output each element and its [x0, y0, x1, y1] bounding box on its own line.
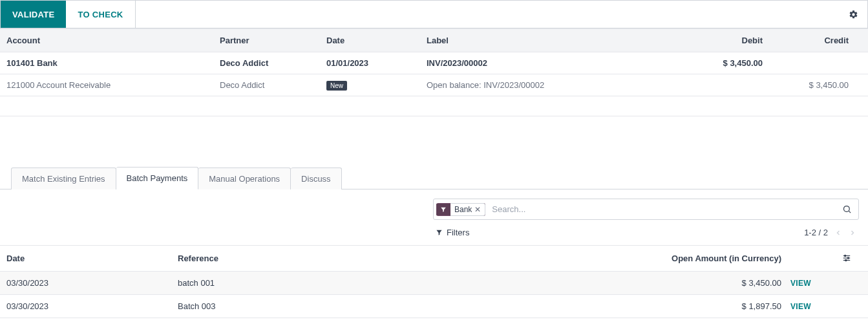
search-input[interactable] [489, 202, 838, 217]
header-label[interactable]: Label [427, 36, 659, 45]
filter-tag-remove-icon[interactable]: ✕ [474, 205, 481, 214]
batch-header-reference[interactable]: Reference [178, 254, 520, 263]
new-badge: New [326, 81, 347, 91]
sliders-icon[interactable] [842, 254, 868, 263]
svg-line-1 [849, 211, 851, 213]
batch-cell-reference: batch 001 [178, 278, 520, 288]
batch-header-amount[interactable]: Open Amount (in Currency) [520, 254, 790, 263]
cell-credit: $ 3,450.00 [763, 80, 868, 90]
filters-label: Filters [447, 228, 469, 237]
tab-batch-payments[interactable]: Batch Payments [116, 167, 199, 189]
validate-button[interactable]: VALIDATE [1, 1, 66, 28]
to-check-button[interactable]: TO CHECK [66, 1, 135, 28]
header-credit[interactable]: Credit [763, 36, 868, 45]
gear-icon[interactable] [840, 1, 867, 28]
tab-discuss[interactable]: Discuss [291, 167, 342, 189]
cell-label: Open balance: INV/2023/00002 [427, 80, 659, 90]
svg-point-0 [844, 206, 850, 212]
batch-row[interactable]: 03/30/2023 batch 001 $ 3,450.00 VIEW [0, 272, 868, 295]
header-account[interactable]: Account [0, 36, 220, 45]
header-debit[interactable]: Debit [659, 36, 763, 45]
batch-row[interactable]: 03/30/2023 Batch 003 $ 1,897.50 VIEW [0, 295, 868, 318]
filter-tag-bank: Bank ✕ [436, 203, 485, 216]
cell-label: INV/2023/00002 [427, 58, 659, 68]
cell-account: 101401 Bank [0, 58, 220, 68]
batch-header-options [842, 254, 868, 263]
cell-account: 121000 Account Receivable [0, 80, 220, 90]
header-partner[interactable]: Partner [220, 36, 326, 45]
filters-pager-row: Filters 1-2 / 2 [433, 220, 859, 245]
filter-tag-label: Bank ✕ [450, 203, 485, 216]
tab-manual-operations[interactable]: Manual Operations [198, 167, 291, 189]
tab-match-existing[interactable]: Match Existing Entries [11, 167, 116, 189]
top-toolbar: VALIDATE TO CHECK [0, 0, 868, 28]
batch-cell-date: 03/30/2023 [0, 301, 178, 311]
svg-point-5 [847, 257, 849, 259]
chevron-right-icon[interactable] [849, 229, 856, 237]
search-icon[interactable] [838, 204, 856, 214]
cell-partner: Deco Addict [220, 80, 326, 90]
funnel-icon [436, 229, 443, 236]
pager: 1-2 / 2 [804, 228, 856, 237]
batch-cell-amount: $ 1,897.50 [520, 301, 790, 311]
journal-table-header: Account Partner Date Label Debit Credit [0, 28, 868, 52]
batch-cell-date: 03/30/2023 [0, 278, 178, 288]
cell-date-badge: New [326, 80, 427, 90]
pager-text: 1-2 / 2 [804, 228, 828, 237]
batch-cell-amount: $ 3,450.00 [520, 278, 790, 288]
svg-point-7 [845, 259, 847, 261]
batch-header-date[interactable]: Date [0, 254, 178, 263]
journal-row[interactable]: 121000 Account Receivable Deco Addict Ne… [0, 74, 868, 96]
cell-debit: $ 3,450.00 [659, 58, 763, 68]
batch-table-header: Date Reference Open Amount (in Currency) [0, 245, 868, 272]
spacer [0, 116, 868, 166]
cell-date: 01/01/2023 [326, 58, 427, 68]
view-link[interactable]: VIEW [790, 279, 811, 288]
svg-point-3 [845, 255, 846, 256]
cell-partner: Deco Addict [220, 58, 326, 68]
journal-row[interactable]: 101401 Bank Deco Addict 01/01/2023 INV/2… [0, 52, 868, 74]
filters-button[interactable]: Filters [436, 228, 469, 237]
batch-header-view [790, 254, 842, 263]
chevron-left-icon[interactable] [834, 229, 842, 237]
view-link[interactable]: VIEW [790, 302, 811, 311]
tabs-row: Match Existing Entries Batch Payments Ma… [0, 166, 868, 189]
header-date[interactable]: Date [326, 36, 427, 45]
batch-cell-reference: Batch 003 [178, 301, 520, 311]
filter-tag-text: Bank [454, 205, 472, 214]
search-bar: Bank ✕ [433, 199, 859, 220]
toolbar-spacer [136, 1, 840, 28]
search-filter-area: Bank ✕ Filters 1-2 / 2 [0, 189, 868, 245]
funnel-icon [436, 204, 450, 215]
